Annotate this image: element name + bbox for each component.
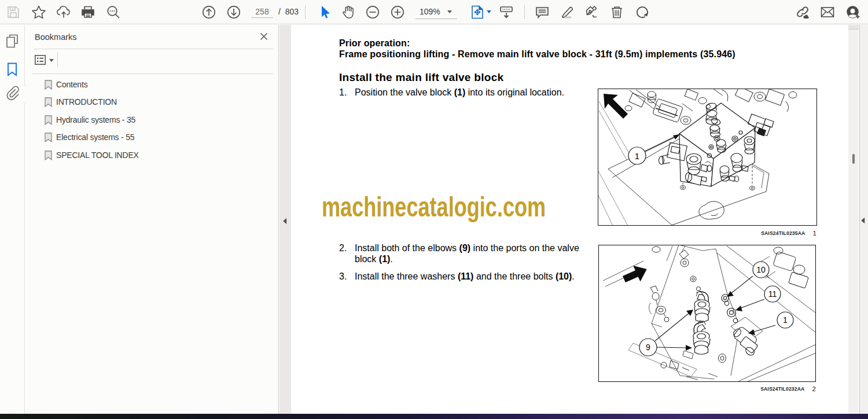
svg-text:10: 10 — [756, 265, 766, 274]
svg-text:9: 9 — [646, 343, 650, 352]
svg-text:1: 1 — [635, 151, 639, 161]
svg-text:1: 1 — [783, 315, 788, 325]
svg-text:11: 11 — [768, 289, 777, 299]
